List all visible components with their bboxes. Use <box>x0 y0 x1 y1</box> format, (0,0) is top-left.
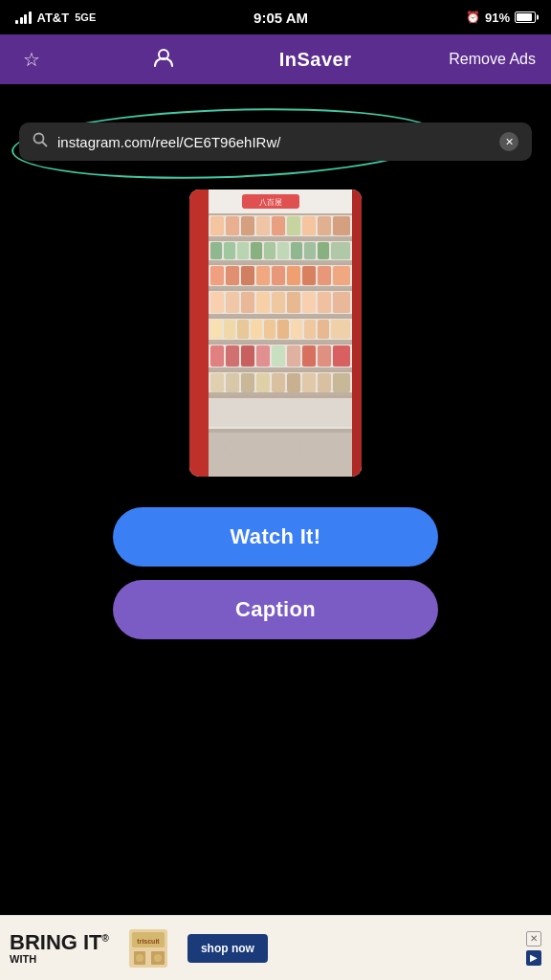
svg-rect-56 <box>251 320 262 339</box>
svg-rect-23 <box>264 242 276 259</box>
svg-point-98 <box>335 445 341 451</box>
svg-rect-7 <box>209 213 352 215</box>
signal-icon <box>15 11 32 24</box>
svg-rect-90 <box>209 429 352 433</box>
profile-button[interactable] <box>145 39 182 80</box>
svg-rect-9 <box>226 216 239 235</box>
svg-rect-77 <box>226 373 239 392</box>
favorites-button[interactable]: ☆ <box>15 40 48 78</box>
svg-rect-11 <box>256 216 270 235</box>
alarm-icon: ⏰ <box>466 11 480 24</box>
url-bar[interactable]: instagram.com/reel/CE6T96ehIRw/ ✕ <box>19 122 532 161</box>
svg-rect-59 <box>291 320 302 339</box>
svg-rect-70 <box>287 345 300 367</box>
svg-rect-68 <box>256 345 270 367</box>
svg-rect-26 <box>304 242 316 259</box>
svg-rect-84 <box>333 373 350 392</box>
svg-rect-86 <box>209 392 352 395</box>
svg-rect-25 <box>291 242 302 259</box>
ad-arrow-button[interactable]: ▶ <box>526 950 541 966</box>
svg-rect-82 <box>302 373 316 392</box>
svg-rect-29 <box>209 263 352 265</box>
app-title: InSaver <box>279 49 352 71</box>
svg-rect-53 <box>210 320 222 339</box>
svg-rect-52 <box>209 314 352 317</box>
action-buttons: Watch It! Caption <box>19 507 532 639</box>
svg-rect-20 <box>224 242 235 259</box>
svg-rect-63 <box>209 343 352 345</box>
svg-rect-40 <box>209 289 352 291</box>
ad-product-image: triscuit <box>124 924 172 972</box>
preview-container: 八百屋 <box>19 189 532 477</box>
preview-image: 八百屋 <box>189 189 362 477</box>
svg-point-105 <box>154 954 162 962</box>
svg-rect-47 <box>287 292 300 313</box>
svg-rect-65 <box>210 345 224 367</box>
svg-rect-24 <box>277 242 289 259</box>
svg-rect-34 <box>256 266 270 285</box>
svg-rect-18 <box>209 236 352 239</box>
svg-point-94 <box>258 445 264 451</box>
svg-rect-33 <box>241 266 254 285</box>
svg-rect-41 <box>209 286 352 289</box>
svg-rect-64 <box>209 340 352 343</box>
caption-button[interactable]: Caption <box>113 580 438 639</box>
svg-point-97 <box>316 445 321 451</box>
svg-rect-17 <box>209 239 352 241</box>
svg-rect-10 <box>241 216 254 235</box>
ad-close-button[interactable]: ✕ <box>526 931 541 947</box>
svg-rect-37 <box>302 266 316 285</box>
svg-rect-69 <box>272 345 285 367</box>
svg-rect-80 <box>272 373 285 392</box>
svg-rect-83 <box>318 373 331 392</box>
svg-rect-49 <box>318 292 331 313</box>
svg-rect-60 <box>304 320 316 339</box>
ad-bring-it-label: BRING IT® <box>10 932 109 953</box>
svg-rect-72 <box>318 345 331 367</box>
watch-it-button[interactable]: Watch It! <box>113 507 438 567</box>
svg-rect-50 <box>333 292 350 313</box>
star-icon: ☆ <box>23 48 40 71</box>
svg-rect-19 <box>210 242 222 259</box>
ad-banner: BRING IT® WITH triscuit shop now ✕ ▶ <box>0 915 551 980</box>
svg-rect-46 <box>272 292 285 313</box>
status-bar: AT&T 5GE 9:05 AM ⏰ 91% <box>0 0 551 34</box>
svg-rect-81 <box>287 373 300 392</box>
svg-point-95 <box>277 445 283 451</box>
svg-rect-78 <box>241 373 254 392</box>
ad-brand-text: BRING IT® WITH <box>10 932 109 965</box>
svg-rect-87 <box>209 398 352 427</box>
battery-fill <box>517 13 532 21</box>
status-left: AT&T 5GE <box>15 11 96 25</box>
ad-shop-now-button[interactable]: shop now <box>187 934 268 963</box>
svg-rect-21 <box>237 242 249 259</box>
remove-ads-button[interactable]: Remove Ads <box>449 51 536 68</box>
svg-rect-38 <box>318 266 331 285</box>
svg-rect-35 <box>272 266 285 285</box>
svg-rect-36 <box>287 266 300 285</box>
svg-rect-54 <box>224 320 235 339</box>
svg-rect-39 <box>333 266 350 285</box>
status-right: ⏰ 91% <box>466 11 536 25</box>
svg-rect-62 <box>331 320 350 339</box>
svg-rect-43 <box>226 292 239 313</box>
svg-rect-32 <box>226 266 239 285</box>
svg-rect-22 <box>251 242 262 259</box>
profile-icon <box>153 47 174 73</box>
svg-rect-45 <box>256 292 270 313</box>
svg-rect-61 <box>318 320 329 339</box>
svg-point-104 <box>136 954 143 962</box>
url-text: instagram.com/reel/CE6T96ehIRw/ <box>57 134 490 150</box>
time-label: 9:05 AM <box>253 10 308 26</box>
svg-rect-85 <box>209 395 352 398</box>
svg-rect-5 <box>352 189 362 477</box>
svg-rect-67 <box>241 345 254 367</box>
url-clear-button[interactable]: ✕ <box>499 132 518 151</box>
svg-rect-76 <box>210 373 224 392</box>
svg-rect-13 <box>287 216 300 235</box>
preview-svg: 八百屋 <box>189 189 362 477</box>
svg-point-96 <box>297 445 302 451</box>
ad-with-label: WITH <box>10 953 109 965</box>
svg-point-92 <box>220 445 226 451</box>
carrier-label: AT&T <box>37 11 70 25</box>
